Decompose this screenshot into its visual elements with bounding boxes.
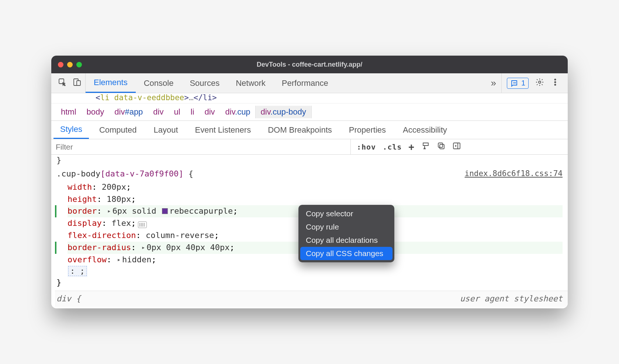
subtab-layout[interactable]: Layout: [147, 122, 184, 139]
color-swatch[interactable]: [162, 208, 168, 214]
svg-point-6: [554, 84, 556, 85]
ua-label: user agent stylesheet: [460, 293, 563, 305]
title-bar: DevTools - coffee-cart.netlify.app/: [51, 56, 568, 73]
context-menu-item[interactable]: Copy rule: [298, 220, 394, 234]
breadcrumb-item[interactable]: div.cup: [220, 106, 256, 118]
subtab-dom-breakpoints[interactable]: DOM Breakpoints: [261, 122, 339, 139]
devtools-window: DevTools - coffee-cart.netlify.app/ Elem…: [51, 56, 568, 308]
context-menu-item[interactable]: Copy all declarations: [298, 234, 394, 247]
issues-count: 1: [521, 79, 525, 87]
close-window-button[interactable]: [58, 62, 63, 67]
inspect-element-icon[interactable]: [58, 78, 67, 89]
rule-selector-attr[interactable]: [data-v-7a0f9f00]: [100, 169, 183, 178]
tab-network[interactable]: Network: [228, 73, 274, 93]
styles-filter-input[interactable]: [51, 139, 351, 154]
ua-selector[interactable]: div {: [56, 293, 81, 305]
breadcrumb-item[interactable]: div: [148, 106, 169, 118]
breadcrumb-item[interactable]: div#app: [109, 106, 148, 118]
subtab-accessibility[interactable]: Accessibility: [396, 122, 454, 139]
rule-header[interactable]: .cup-body[data-v-7a0f9f00] { index.8d6c6…: [55, 166, 568, 181]
tab-sources[interactable]: Sources: [181, 73, 228, 93]
rule-selector[interactable]: .cup-body: [56, 169, 100, 178]
window-controls: [58, 62, 82, 67]
main-toolbar: ElementsConsoleSourcesNetworkPerformance…: [51, 73, 568, 93]
styles-filter-bar: :hov .cls +: [51, 139, 568, 155]
rule-close-brace: }: [55, 277, 568, 288]
cls-toggle[interactable]: .cls: [383, 143, 402, 151]
subtab-computed[interactable]: Computed: [93, 122, 143, 139]
breadcrumb-item[interactable]: li: [186, 106, 200, 118]
copy-icon[interactable]: [437, 141, 446, 152]
svg-point-5: [554, 81, 556, 83]
breadcrumb-item[interactable]: html: [56, 106, 82, 118]
computed-sidebar-toggle-icon[interactable]: [452, 141, 461, 152]
window-title: DevTools - coffee-cart.netlify.app/: [51, 61, 568, 69]
breadcrumb-trail: htmlbodydiv#appdivullidivdiv.cupdiv.cup-…: [51, 104, 568, 121]
device-toolbar-icon[interactable]: [73, 78, 82, 89]
breadcrumb-item[interactable]: ul: [169, 106, 185, 118]
svg-rect-8: [438, 143, 443, 147]
dom-tree-row[interactable]: <li data-v-eeddbbee>…</li>: [51, 93, 568, 104]
css-declaration[interactable]: height: 180px;: [68, 193, 568, 206]
css-declaration[interactable]: width: 200px;: [68, 181, 568, 193]
context-menu-item[interactable]: Copy selector: [298, 207, 394, 220]
issues-button[interactable]: 1: [507, 78, 529, 89]
subtab-properties[interactable]: Properties: [342, 122, 393, 139]
breadcrumb-item[interactable]: div.cup-body: [256, 106, 311, 118]
zoom-window-button[interactable]: [76, 62, 82, 67]
more-tabs-button[interactable]: »: [485, 77, 501, 89]
tab-performance[interactable]: Performance: [274, 73, 336, 93]
breadcrumb-item[interactable]: div: [199, 106, 220, 118]
tab-elements[interactable]: Elements: [86, 73, 136, 93]
prev-rule-close: }: [55, 155, 568, 166]
flex-badge-icon[interactable]: [138, 221, 147, 228]
new-style-rule-button[interactable]: +: [408, 141, 415, 153]
svg-point-3: [539, 81, 541, 83]
new-declaration-input[interactable]: : ;: [68, 266, 87, 277]
rule-source-link[interactable]: index.8d6c6f18.css:74: [464, 168, 563, 180]
subtab-event-listeners[interactable]: Event Listeners: [189, 122, 258, 139]
svg-rect-2: [77, 81, 80, 85]
context-menu-item[interactable]: Copy all CSS changes: [300, 247, 393, 260]
minimize-window-button[interactable]: [67, 62, 73, 67]
tab-console[interactable]: Console: [136, 73, 182, 93]
svg-point-4: [554, 79, 556, 80]
paint-brush-icon[interactable]: [421, 141, 430, 152]
kebab-menu-icon[interactable]: [551, 78, 560, 89]
subtab-styles[interactable]: Styles: [53, 121, 89, 139]
styles-subtabs: StylesComputedLayoutEvent ListenersDOM B…: [51, 121, 568, 139]
breadcrumb-item[interactable]: body: [82, 106, 110, 118]
svg-rect-7: [440, 144, 444, 149]
settings-gear-icon[interactable]: [535, 78, 544, 89]
hov-toggle[interactable]: :hov: [357, 143, 376, 151]
context-menu: Copy selectorCopy ruleCopy all declarati…: [298, 205, 394, 262]
user-agent-rule: div { user agent stylesheet: [55, 291, 568, 307]
